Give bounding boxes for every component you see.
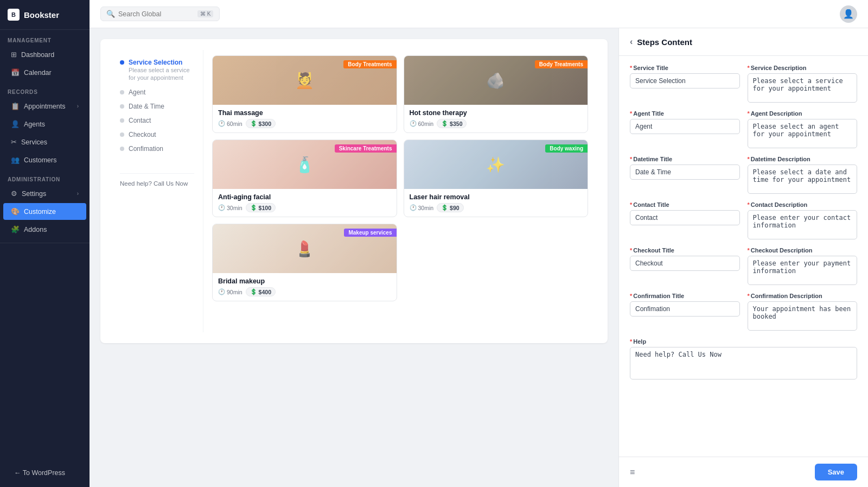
step-checkout[interactable]: Checkout <box>111 128 203 142</box>
service-badge: Skincare Treatments <box>335 144 397 153</box>
price-pill: 💲 $350 <box>437 119 467 128</box>
service-card-anti-aging[interactable]: 🧴 Skincare Treatments Anti-aging facial … <box>212 140 397 217</box>
search-input[interactable] <box>118 10 194 18</box>
step-confirmation[interactable]: Confimation <box>111 142 203 156</box>
sidebar-item-label: Dashboard <box>21 51 54 59</box>
service-info: Hot stone therapy 🕐 60min 💲 <box>404 105 588 132</box>
agent-desc-textarea[interactable]: Please select an agent for your appointm… <box>748 119 858 148</box>
agent-desc-label: *Agent Description <box>748 110 858 117</box>
checkout-title-input[interactable] <box>630 256 740 271</box>
search-shortcut: ⌘ K <box>197 10 213 17</box>
datetime-desc-group: *Datetime Description Please select a da… <box>748 156 858 194</box>
user-avatar[interactable]: 👤 <box>840 5 857 23</box>
sidebar-item-addons[interactable]: 🧩 Addons <box>3 221 86 238</box>
price-pill: 💲 $300 <box>246 119 276 128</box>
administration-section-label: Administration <box>0 169 90 185</box>
save-button[interactable]: Save <box>815 464 857 480</box>
datetime-desc-textarea[interactable]: Please select a date and time for your a… <box>748 165 858 194</box>
app-logo: B Bookster <box>0 0 90 30</box>
confirmation-title-label: *Confirmation Title <box>630 293 740 299</box>
sidebar-item-to-wordpress[interactable]: ← To WordPress <box>7 465 83 481</box>
service-title-label: *Service Title <box>630 65 740 71</box>
sidebar-item-label: Addons <box>24 226 47 233</box>
app-name: Bookster <box>24 10 59 20</box>
duration-pill: 🕐 60min <box>218 120 242 127</box>
clock-icon: 🕐 <box>218 204 225 211</box>
service-desc-textarea[interactable]: Please select a service for your appoint… <box>748 73 858 103</box>
service-card-hot-stone[interactable]: 🪨 Body Treatments Hot stone therapy 🕐 60… <box>404 55 589 133</box>
sidebar-item-label: Calendar <box>24 69 52 77</box>
list-icon[interactable]: ≡ <box>630 467 635 477</box>
service-meta: 🕐 30min 💲 $100 <box>218 203 391 212</box>
service-row: *Service Title *Service Description Plea… <box>630 65 857 103</box>
contact-title-input[interactable] <box>630 210 740 225</box>
step-datetime[interactable]: Date & Time <box>111 99 203 113</box>
back-button[interactable]: ‹ <box>630 37 633 47</box>
sidebar-item-agents[interactable]: 👤 Agents <box>3 116 86 132</box>
chevron-right-icon: › <box>77 103 79 109</box>
search-box[interactable]: 🔍 ⌘ K <box>100 7 220 21</box>
sidebar-item-customize[interactable]: 🎨 Customize <box>3 203 86 220</box>
sidebar-item-customers[interactable]: 👥 Customers <box>3 151 86 168</box>
price-pill: 💲 $400 <box>246 287 276 296</box>
dollar-icon: 💲 <box>250 288 257 295</box>
service-title-input[interactable] <box>630 73 740 88</box>
checkout-desc-group: *Checkout Description Please enter your … <box>748 247 858 285</box>
steps-panel: ‹ Steps Content *Service Title *Service … <box>618 28 868 487</box>
appointments-icon: 📋 <box>11 102 20 110</box>
confirmation-desc-textarea[interactable]: Your appointment has been booked <box>748 301 858 331</box>
step-contact[interactable]: Contact <box>111 113 203 128</box>
confirmation-row: *Confirmation Title *Confirmation Descri… <box>630 293 857 331</box>
service-card-thai-massage[interactable]: 💆 Body Treatments Thai massage 🕐 60min <box>212 55 397 133</box>
main: 🔍 ⌘ K 👤 Service Selection Ple <box>90 0 868 487</box>
preview-panel: Service Selection Please select a servic… <box>90 28 618 487</box>
checkout-desc-textarea[interactable]: Please enter your payment information <box>748 256 858 285</box>
agent-title-group: *Agent Title <box>630 110 740 148</box>
contact-desc-label: *Contact Description <box>748 201 858 208</box>
service-info: Bridal makeup 🕐 90min 💲 $400 <box>213 273 397 301</box>
sidebar-item-appointments[interactable]: 📋 Appointments › <box>3 98 86 115</box>
duration-pill: 🕐 90min <box>218 288 242 295</box>
topbar: 🔍 ⌘ K 👤 <box>90 0 868 28</box>
dollar-icon: 💲 <box>441 120 448 127</box>
service-info: Anti-aging facial 🕐 30min 💲 <box>213 189 397 217</box>
confirmation-title-input[interactable] <box>630 301 740 317</box>
service-image: ✨ Body waxing <box>404 140 588 189</box>
service-name: Anti-aging facial <box>218 193 391 201</box>
contact-row: *Contact Title *Contact Description Plea… <box>630 201 857 239</box>
step-title: Confimation <box>129 145 163 153</box>
service-badge: Body Treatments <box>535 60 588 68</box>
services-grid: 💆 Body Treatments Thai massage 🕐 60min <box>212 55 588 301</box>
agent-title-input[interactable] <box>630 119 740 134</box>
sidebar-item-settings[interactable]: ⚙ Settings › <box>3 185 86 202</box>
duration-pill: 🕐 60min <box>410 120 434 127</box>
confirmation-desc-label: *Confirmation Description <box>748 293 858 299</box>
datetime-desc-label: *Datetime Description <box>748 156 858 162</box>
sidebar-item-calendar[interactable]: 📅 Calendar <box>3 64 86 81</box>
sidebar-item-dashboard[interactable]: ⊞ Dashboard <box>3 46 86 63</box>
checkout-title-group: *Checkout Title <box>630 247 740 285</box>
agent-desc-group: *Agent Description Please select an agen… <box>748 110 858 148</box>
help-textarea[interactable]: Need help? Call Us Now <box>630 347 857 380</box>
service-card-bridal[interactable]: 💄 Makeup services Bridal makeup 🕐 90min <box>212 224 397 301</box>
step-agent[interactable]: Agent <box>111 85 203 99</box>
contact-title-group: *Contact Title <box>630 201 740 239</box>
datetime-title-input[interactable] <box>630 165 740 180</box>
addons-icon: 🧩 <box>11 225 20 233</box>
step-dot <box>120 90 124 94</box>
duration-pill: 🕐 30min <box>410 204 434 211</box>
booking-layout: Service Selection Please select a servic… <box>111 50 597 332</box>
sidebar-item-services[interactable]: ✂ Services <box>3 134 86 150</box>
services-area: 💆 Body Treatments Thai massage 🕐 60min <box>203 50 597 332</box>
service-title-group: *Service Title <box>630 65 740 103</box>
contact-desc-textarea[interactable]: Please enter your contact information <box>748 210 858 239</box>
sidebar-item-label: Appointments <box>24 103 65 110</box>
service-badge: Makeup services <box>344 229 396 237</box>
dollar-icon: 💲 <box>250 120 257 127</box>
service-card-laser[interactable]: ✨ Body waxing Laser hair removal 🕐 30min <box>404 140 589 217</box>
step-service-selection[interactable]: Service Selection Please select a servic… <box>111 55 203 85</box>
contact-desc-group: *Contact Description Please enter your c… <box>748 201 858 239</box>
step-subtitle: Please select a service for your appoint… <box>129 66 194 82</box>
steps-panel-footer: ≡ Save <box>619 457 868 487</box>
preview-card: Service Selection Please select a servic… <box>100 39 608 343</box>
